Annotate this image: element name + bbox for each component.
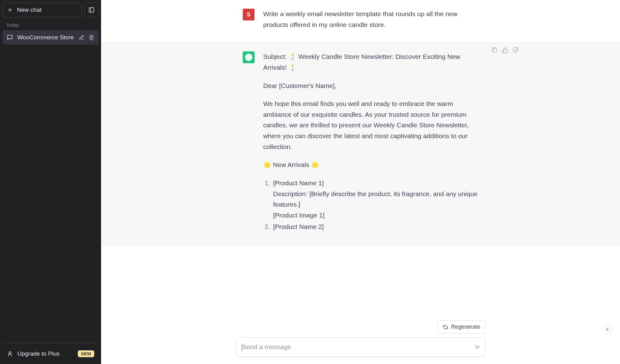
assistant-product-list: [Product Name 1] Description: [Briefly d… [263, 178, 478, 232]
regenerate-label: Regenerate [451, 324, 480, 330]
upgrade-label: Upgrade to Plus [17, 350, 60, 357]
thumbs-down-icon[interactable] [512, 47, 519, 53]
message-input[interactable]: Send a message [236, 337, 485, 357]
scroll-to-bottom-button[interactable] [602, 324, 613, 334]
conversation-item[interactable]: WooCommerce Store [2, 30, 99, 45]
conversation-title: WooCommerce Store [17, 34, 74, 41]
svg-point-4 [9, 352, 11, 354]
assistant-intro: We hope this email finds you well and re… [263, 99, 478, 152]
plus-icon [7, 7, 13, 13]
collapse-sidebar-button[interactable] [84, 2, 99, 17]
copy-icon[interactable] [491, 47, 498, 53]
assistant-arrivals-heading: 🌟 New Arrivals 🌟 [263, 160, 478, 170]
message-assistant: Subject: 🕯️ Weekly Candle Store Newslett… [101, 42, 620, 245]
composer-area: Regenerate Send a message [101, 320, 620, 364]
edit-icon[interactable] [79, 35, 84, 40]
upgrade-to-plus-button[interactable]: Upgrade to Plus NEW [2, 346, 99, 362]
arrow-down-icon [605, 327, 610, 331]
main-area: S Write a weekly email newsletter templa… [101, 0, 620, 364]
regenerate-button[interactable]: Regenerate [438, 320, 485, 334]
conversation-list: WooCommerce Store [2, 30, 99, 340]
new-badge: NEW [78, 350, 94, 357]
product-item-2: [Product Name 2] [272, 221, 478, 232]
assistant-subject-line: Subject: 🕯️ Weekly Candle Store Newslett… [263, 51, 478, 73]
refresh-icon [443, 325, 448, 330]
section-label-today: Today [2, 17, 99, 30]
svg-rect-5 [494, 48, 497, 52]
user-message-content: Write a weekly email newsletter template… [263, 9, 478, 30]
send-icon [475, 344, 481, 350]
assistant-message-actions [491, 47, 519, 53]
user-icon [7, 351, 13, 357]
assistant-message-content: Subject: 🕯️ Weekly Candle Store Newslett… [263, 51, 478, 233]
sidebar: New chat Today WooCommerce Store [0, 0, 101, 364]
thumbs-up-icon[interactable] [502, 47, 508, 53]
chat-icon [7, 34, 13, 41]
product-item-1: [Product Name 1] Description: [Briefly d… [272, 178, 478, 221]
svg-rect-2 [89, 8, 94, 12]
message-user: S Write a weekly email newsletter templa… [101, 0, 620, 42]
message-list[interactable]: S Write a weekly email newsletter templa… [101, 0, 620, 364]
new-chat-label: New chat [17, 7, 42, 13]
trash-icon[interactable] [89, 35, 94, 40]
user-avatar: S [243, 9, 255, 20]
message-input-placeholder: Send a message [242, 343, 291, 351]
send-button[interactable] [475, 344, 481, 350]
sidebar-icon [88, 7, 95, 13]
assistant-greeting: Dear [Customer's Name], [263, 81, 478, 91]
assistant-avatar [243, 51, 255, 63]
new-chat-button[interactable]: New chat [2, 2, 82, 17]
